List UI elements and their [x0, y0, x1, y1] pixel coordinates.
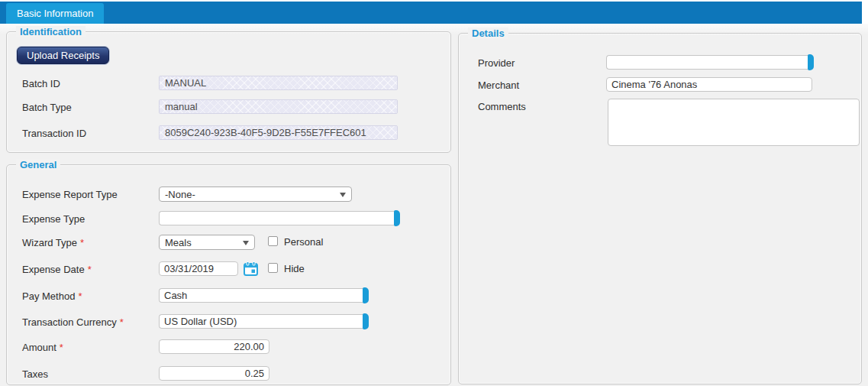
details-section: Details Provider Merchant Comments	[458, 33, 862, 384]
personal-checkbox-label: Personal	[284, 236, 323, 248]
transaction-id-field: 8059C240-923B-40F5-9D2B-F55E7FFEC601	[159, 125, 398, 140]
pay-method-combo	[159, 288, 369, 303]
merchant-label: Merchant	[478, 79, 519, 91]
transaction-currency-open-list-button[interactable]	[363, 313, 369, 329]
expense-type-open-list-button[interactable]	[394, 210, 400, 226]
merchant-input[interactable]	[606, 77, 812, 92]
wizard-type-label: Wizard Type*	[22, 237, 84, 248]
general-legend: General	[16, 159, 60, 170]
taxes-label: Taxes	[22, 368, 48, 380]
wizard-type-value: Meals	[165, 236, 192, 249]
transaction-currency-input[interactable]	[159, 314, 363, 329]
expense-date-label: Expense Date*	[22, 264, 92, 275]
wizard-type-select[interactable]: Meals	[159, 235, 255, 250]
required-marker: *	[80, 237, 84, 248]
taxes-input[interactable]	[159, 366, 269, 381]
required-marker: *	[78, 290, 82, 302]
calendar-icon[interactable]	[244, 261, 258, 276]
transaction-id-label: Transaction ID	[22, 128, 86, 139]
provider-open-list-button[interactable]	[808, 54, 814, 70]
pay-method-open-list-button[interactable]	[363, 287, 369, 303]
expense-report-type-value: -None-	[165, 188, 195, 201]
provider-combo	[606, 55, 814, 70]
transaction-currency-combo	[159, 314, 369, 329]
personal-checkbox[interactable]	[268, 236, 278, 246]
batch-type-field: manual	[159, 99, 398, 114]
upload-receipts-button[interactable]: Upload Receipts	[17, 47, 109, 64]
comments-textarea[interactable]	[608, 99, 860, 146]
expense-date-input[interactable]	[159, 261, 238, 276]
details-legend: Details	[468, 28, 508, 39]
expense-type-combo	[159, 211, 400, 225]
amount-input[interactable]	[159, 339, 269, 354]
dropdown-arrow-icon	[340, 193, 346, 197]
provider-input[interactable]	[606, 55, 808, 70]
required-marker: *	[88, 264, 92, 275]
hide-checkbox-label: Hide	[284, 263, 305, 274]
general-section: General Expense Report Type -None- Expen…	[6, 164, 451, 385]
form-content: Identification Upload Receipts Batch ID …	[0, 24, 868, 386]
expense-report-type-label: Expense Report Type	[22, 189, 118, 200]
expense-type-input[interactable]	[159, 211, 395, 225]
pay-method-label: Pay Method*	[22, 290, 82, 302]
identification-section: Identification Upload Receipts Batch ID …	[6, 31, 451, 153]
hide-checkbox[interactable]	[268, 263, 278, 273]
tab-bar: Basic Information	[0, 2, 862, 24]
pay-method-input[interactable]	[159, 288, 363, 303]
batch-type-label: Batch Type	[22, 102, 72, 113]
expense-form-page: Basic Information Identification Upload …	[0, 0, 868, 386]
tab-basic-information[interactable]: Basic Information	[6, 3, 104, 24]
required-marker: *	[120, 316, 124, 328]
identification-legend: Identification	[16, 26, 86, 37]
transaction-currency-label: Transaction Currency*	[22, 316, 124, 328]
comments-label: Comments	[478, 101, 526, 112]
expense-report-type-select[interactable]: -None-	[159, 187, 352, 202]
amount-label: Amount*	[22, 342, 63, 353]
required-marker: *	[60, 342, 63, 353]
batch-id-label: Batch ID	[22, 78, 60, 89]
batch-id-field: MANUAL	[159, 76, 398, 90]
dropdown-arrow-icon	[243, 241, 249, 245]
provider-label: Provider	[478, 57, 515, 69]
expense-type-label: Expense Type	[22, 213, 85, 225]
